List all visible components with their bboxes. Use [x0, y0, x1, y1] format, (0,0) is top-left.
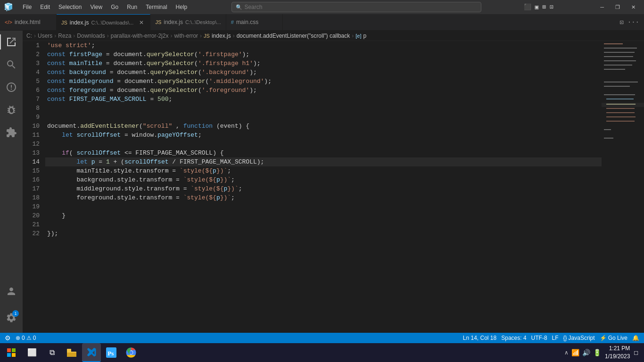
layout-icon-1[interactable]: ⬛ — [522, 2, 533, 12]
svg-rect-8 — [604, 86, 630, 87]
more-actions-button[interactable]: ··· — [627, 17, 640, 27]
taskbar-chrome[interactable] — [122, 343, 140, 362]
statusbar-encoding[interactable]: UTF-8 — [531, 335, 547, 341]
layout-controls: ⬛ ▣ ⊞ ⊡ — [522, 2, 555, 12]
svg-rect-0 — [604, 43, 623, 44]
taskbar-file-explorer[interactable] — [62, 343, 81, 362]
statusbar-spaces[interactable]: Spaces: 4 — [501, 335, 526, 341]
tray-battery-icon[interactable]: 🔋 — [593, 349, 601, 356]
taskbar-task-view[interactable]: ⧉ — [42, 343, 61, 362]
tab-path-downloads: C:\..\Downloads\... — [91, 20, 134, 25]
breadcrumb-downloads[interactable]: Downloads — [77, 33, 105, 39]
svg-rect-5 — [604, 65, 632, 66]
taskview-icon: ⧉ — [50, 348, 55, 357]
menu-selection[interactable]: Selection — [55, 3, 85, 11]
breadcrumb-reza[interactable]: Reza — [58, 33, 71, 39]
code-line-22: }); — [45, 229, 602, 238]
remote-icon: ⚙ — [5, 334, 11, 342]
settings-badge: 1 — [12, 310, 19, 317]
notification-button[interactable]: ☐ — [634, 348, 638, 357]
statusbar-line-col[interactable]: Ln 14, Col 18 — [463, 335, 496, 341]
code-line-8 — [45, 104, 602, 113]
menu-terminal[interactable]: Terminal — [142, 3, 171, 11]
menu-go[interactable]: Go — [107, 3, 122, 11]
warning-icon: ⚠ — [26, 335, 32, 341]
taskbar-photoshop[interactable]: Ps — [102, 343, 121, 362]
svg-rect-2 — [604, 52, 635, 53]
statusbar-language[interactable]: {} JavaScript — [563, 335, 595, 341]
breadcrumb-file[interactable]: index.js — [212, 33, 231, 39]
activity-item-search[interactable] — [0, 53, 23, 76]
code-content[interactable]: 'use strict'; const firstPage = document… — [45, 41, 602, 333]
js-icon-2: JS — [155, 19, 161, 25]
layout-icon-4[interactable]: ⊡ — [548, 2, 555, 12]
window-controls: ─ ❐ ✕ — [595, 3, 640, 11]
line-num-12: 12 — [23, 140, 40, 148]
activity-item-account[interactable] — [0, 280, 23, 303]
line-num-1: 1 — [23, 41, 40, 50]
breadcrumb-var-p[interactable]: p — [363, 33, 367, 39]
taskbar-vscode[interactable] — [82, 343, 101, 362]
menu-help[interactable]: Help — [172, 3, 191, 11]
svg-text:Ps: Ps — [107, 350, 114, 357]
activity-item-debug[interactable] — [0, 99, 23, 121]
code-line-13: if( scrollOffset <= FIRST_PAGE_MAX_SCROL… — [45, 148, 602, 157]
line-num-7: 7 — [23, 95, 40, 104]
breadcrumb-c[interactable]: C: — [26, 33, 32, 39]
menu-run[interactable]: Run — [123, 3, 141, 11]
activity-item-settings[interactable]: 1 — [0, 306, 23, 329]
menu-edit[interactable]: Edit — [36, 3, 54, 11]
tab-label-index-js: index.js — [70, 19, 89, 26]
code-line-2: const firstPage = document.querySelector… — [45, 50, 602, 59]
tab-main-css[interactable]: # main.css — [226, 14, 283, 30]
svg-rect-21 — [7, 353, 11, 357]
tray-volume-icon[interactable]: 🔊 — [582, 349, 590, 356]
layout-icon-2[interactable]: ▣ — [534, 2, 540, 12]
layout-icon-3[interactable]: ⊞ — [541, 2, 547, 12]
breadcrumb-with-error[interactable]: with-error — [174, 33, 198, 39]
svg-rect-20 — [12, 348, 16, 352]
tab-index-js-downloads[interactable]: JS index.js C:\..\Downloads\... ✕ — [57, 14, 150, 30]
breadcrumb-function[interactable]: document.addEventListener("scroll") call… — [237, 33, 350, 39]
activity-item-explorer[interactable] — [0, 31, 23, 53]
start-button[interactable] — [2, 343, 21, 362]
menu-file[interactable]: File — [19, 3, 35, 11]
minimize-button[interactable]: ─ — [595, 3, 609, 11]
tab-actions: ⊡ ··· — [615, 14, 644, 30]
html-icon: </> — [5, 19, 12, 25]
statusbar-eol[interactable]: LF — [552, 335, 559, 341]
code-line-17: middleground.style.transform = `style(${… — [45, 184, 602, 193]
statusbar-notification-bell[interactable]: 🔔 — [632, 335, 639, 341]
breadcrumb-users[interactable]: Users — [38, 33, 52, 39]
tab-index-js-desktop[interactable]: JS index.js C:\..\Desktop\... — [150, 14, 226, 30]
activity-item-git[interactable] — [0, 76, 23, 99]
tab-close-button[interactable]: ✕ — [138, 19, 145, 26]
tray-network-icon[interactable]: 📶 — [571, 349, 579, 356]
code-line-20: } — [45, 211, 602, 220]
error-icon: ⊗ — [16, 335, 20, 341]
code-line-11: let scrollOffset = window.pageYOffset; — [45, 131, 602, 140]
svg-rect-19 — [7, 348, 11, 352]
taskbar-search-button[interactable]: ⬜ — [23, 343, 41, 362]
statusbar-remote[interactable]: ⚙ — [5, 334, 11, 342]
split-editor-button[interactable]: ⊡ — [619, 17, 624, 27]
menu-view[interactable]: View — [86, 3, 106, 11]
tray-up-icon[interactable]: ∧ — [564, 349, 569, 356]
vscode-logo: 🧊 — [4, 2, 13, 12]
code-editor[interactable]: 1 2 3 4 5 6 7 8 9 10 11 12 13 14 15 16 1 — [23, 41, 602, 333]
activity-bar: 1 — [0, 31, 23, 333]
statusbar-golive[interactable]: ⚡ Go Live — [600, 335, 627, 341]
line-num-19: 19 — [23, 202, 40, 211]
taskbar-clock[interactable]: 1:21 PM 1/19/2023 — [605, 345, 630, 361]
system-tray: ∧ 📶 🔊 🔋 — [564, 349, 601, 356]
search-input[interactable] — [244, 4, 477, 10]
tab-index-html[interactable]: </> index.html — [0, 14, 57, 30]
line-num-13: 13 — [23, 148, 40, 157]
breadcrumb-project[interactable]: parallax-with-error-2j2x — [111, 33, 169, 39]
close-button[interactable]: ✕ — [627, 3, 640, 11]
svg-rect-16 — [606, 121, 635, 122]
maximize-button[interactable]: ❐ — [611, 3, 625, 11]
taskbar-right: ∧ 📶 🔊 🔋 1:21 PM 1/19/2023 ☐ — [564, 345, 642, 361]
statusbar-errors[interactable]: ⊗ 0 ⚠ 0 — [16, 335, 36, 341]
activity-item-extensions[interactable] — [0, 121, 23, 144]
